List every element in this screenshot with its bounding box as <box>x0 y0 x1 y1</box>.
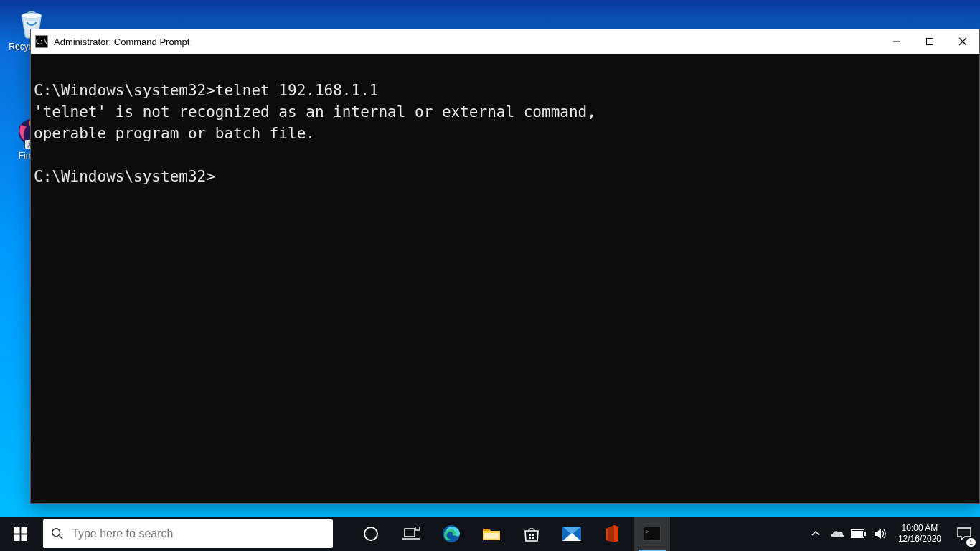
search-input[interactable] <box>72 527 308 540</box>
edge-icon <box>441 524 461 544</box>
svg-rect-26 <box>864 532 866 536</box>
svg-rect-17 <box>484 533 499 539</box>
search-icon <box>43 527 72 540</box>
close-icon <box>958 37 967 46</box>
tray-overflow-button[interactable] <box>805 517 826 551</box>
cmd-icon: >_ <box>644 527 661 541</box>
office-icon <box>604 524 620 543</box>
notification-badge: 1 <box>966 538 976 547</box>
close-button[interactable] <box>946 29 979 54</box>
terminal-line: operable program or batch file. <box>34 125 315 142</box>
svg-rect-21 <box>532 537 534 539</box>
clock-date: 12/16/2020 <box>898 534 941 545</box>
window-title: Administrator: Command Prompt <box>54 37 189 47</box>
cloud-icon <box>830 529 844 539</box>
taskbar-app-file-explorer[interactable] <box>473 517 509 551</box>
minimize-button[interactable] <box>880 29 913 54</box>
svg-rect-15 <box>415 527 420 530</box>
desktop[interactable]: Recycle Bin ↗ Firefox C:\ Administrator:… <box>0 0 980 551</box>
svg-rect-27 <box>852 531 863 537</box>
maximize-icon <box>925 37 934 46</box>
tray-battery[interactable] <box>848 517 870 551</box>
chevron-up-icon <box>811 529 820 538</box>
taskbar-app-office[interactable] <box>594 517 630 551</box>
task-view-icon <box>402 527 420 541</box>
taskbar: >_ 10:00 AM 12/16/2020 1 <box>0 517 980 551</box>
mail-icon <box>562 526 582 542</box>
svg-rect-20 <box>529 537 531 539</box>
svg-point-0 <box>22 13 42 19</box>
terminal-line: 'telnet' is not recognized as an interna… <box>34 103 596 121</box>
action-center-button[interactable]: 1 <box>948 517 980 551</box>
svg-point-10 <box>52 529 60 537</box>
clock-time: 10:00 AM <box>898 523 941 534</box>
tray-volume[interactable] <box>870 517 891 551</box>
cmd-app-icon: C:\ <box>35 35 48 48</box>
system-tray: 10:00 AM 12/16/2020 1 <box>805 517 980 551</box>
taskbar-app-store[interactable] <box>514 517 550 551</box>
svg-rect-9 <box>21 534 27 541</box>
svg-point-12 <box>364 527 377 540</box>
svg-rect-19 <box>532 534 534 536</box>
svg-rect-13 <box>405 529 415 537</box>
titlebar[interactable]: C:\ Administrator: Command Prompt <box>31 29 979 54</box>
svg-text:>_: >_ <box>646 529 653 535</box>
svg-rect-6 <box>14 527 20 534</box>
speaker-icon <box>874 528 887 540</box>
minimize-icon <box>892 37 901 46</box>
taskbar-app-edge[interactable] <box>433 517 469 551</box>
cortana-icon <box>363 526 379 542</box>
terminal-output[interactable]: C:\Windows\system32>telnet 192.168.1.1 '… <box>31 54 979 503</box>
tray-onedrive[interactable] <box>826 517 848 551</box>
tray-clock[interactable]: 10:00 AM 12/16/2020 <box>891 517 948 551</box>
terminal-line: C:\Windows\system32>telnet 192.168.1.1 <box>34 82 378 99</box>
store-icon <box>523 525 540 542</box>
cortana-button[interactable] <box>353 517 389 551</box>
svg-rect-18 <box>529 534 531 536</box>
windows-logo-icon <box>14 527 27 541</box>
task-view-button[interactable] <box>393 517 429 551</box>
svg-rect-3 <box>927 39 933 45</box>
svg-line-11 <box>60 536 63 540</box>
svg-rect-7 <box>21 527 27 534</box>
battery-icon <box>851 529 867 538</box>
command-prompt-window[interactable]: C:\ Administrator: Command Prompt C:\Win… <box>30 29 980 504</box>
terminal-line: C:\Windows\system32> <box>34 168 215 185</box>
taskbar-app-command-prompt[interactable]: >_ <box>634 517 670 551</box>
start-button[interactable] <box>0 517 40 551</box>
taskbar-pinned-apps: >_ <box>353 517 670 551</box>
folder-icon <box>482 526 501 542</box>
svg-rect-8 <box>14 534 20 541</box>
taskbar-search[interactable] <box>43 519 333 548</box>
taskbar-app-mail[interactable] <box>554 517 590 551</box>
maximize-button[interactable] <box>913 29 946 54</box>
